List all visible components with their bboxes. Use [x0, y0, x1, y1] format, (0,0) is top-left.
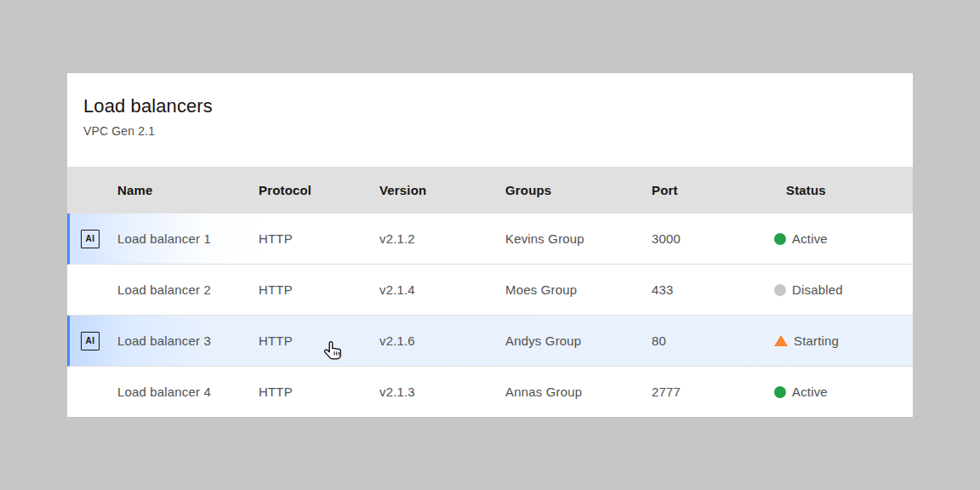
table-body: AI Load balancer 1 HTTP v2.1.2 Kevins Gr…	[67, 214, 913, 417]
column-header-status: Status	[771, 183, 913, 197]
cell-groups: Andys Group	[499, 333, 645, 348]
column-header-port: Port	[645, 183, 771, 197]
cell-protocol: HTTP	[252, 333, 373, 348]
cell-name: Load balancer 2	[111, 282, 252, 297]
status-label: Active	[792, 385, 828, 399]
page-title: Load balancers	[83, 94, 913, 118]
status-label: Starting	[794, 333, 839, 348]
column-header-name: Name	[111, 183, 252, 197]
table-row-load-balancer-1[interactable]: AI Load balancer 1 HTTP v2.1.2 Kevins Gr…	[67, 214, 913, 265]
cell-port: 2777	[645, 385, 771, 399]
status-label: Active	[792, 231, 828, 246]
card-header: Load balancers VPC Gen 2.1	[67, 73, 913, 167]
cell-version: v2.1.4	[373, 282, 499, 297]
column-header-protocol: Protocol	[252, 183, 373, 197]
cell-status: Disabled	[771, 282, 913, 297]
table-header-row: Name Protocol Version Groups Port Status	[67, 167, 913, 214]
ai-label-badge[interactable]: AI	[81, 332, 100, 350]
status-active-icon	[774, 233, 786, 245]
cell-status: Active	[771, 385, 913, 399]
cell-port: 433	[645, 282, 771, 297]
page-subtitle: VPC Gen 2.1	[83, 124, 913, 138]
cell-status: Starting	[771, 333, 913, 348]
desktop-background: { "card": { "title": "Load balancers", "…	[0, 0, 980, 490]
cell-name: Load balancer 3	[111, 333, 252, 348]
cell-groups: Annas Group	[499, 385, 645, 399]
ai-label-badge[interactable]: AI	[81, 230, 100, 248]
cell-status: Active	[771, 231, 913, 246]
cell-groups: Moes Group	[499, 282, 645, 297]
ai-badge-cell: AI	[70, 230, 111, 248]
column-header-groups: Groups	[499, 183, 645, 197]
status-disabled-icon	[774, 284, 786, 296]
column-header-version: Version	[373, 183, 499, 197]
table-row-load-balancer-2[interactable]: Load balancer 2 HTTP v2.1.4 Moes Group 4…	[67, 265, 913, 316]
table-row-load-balancer-3[interactable]: AI Load balancer 3 HTTP v2.1.6 Andys Gro…	[67, 316, 913, 367]
cell-version: v2.1.6	[373, 333, 499, 348]
cell-protocol: HTTP	[252, 385, 373, 399]
cell-version: v2.1.2	[373, 231, 499, 246]
cell-groups: Kevins Group	[499, 231, 645, 246]
cell-name: Load balancer 4	[111, 385, 252, 399]
load-balancers-card: Load balancers VPC Gen 2.1 Name Protocol…	[67, 73, 913, 417]
status-active-icon	[774, 386, 786, 398]
status-starting-icon	[774, 335, 788, 346]
cell-port: 80	[645, 333, 771, 348]
table-row-load-balancer-4[interactable]: Load balancer 4 HTTP v2.1.3 Annas Group …	[67, 367, 913, 417]
cell-protocol: HTTP	[252, 231, 373, 246]
cell-name: Load balancer 1	[111, 231, 252, 246]
cell-port: 3000	[645, 231, 771, 246]
cell-protocol: HTTP	[252, 282, 373, 297]
ai-badge-cell: AI	[70, 332, 111, 350]
status-label: Disabled	[792, 282, 843, 297]
cell-version: v2.1.3	[373, 385, 499, 399]
